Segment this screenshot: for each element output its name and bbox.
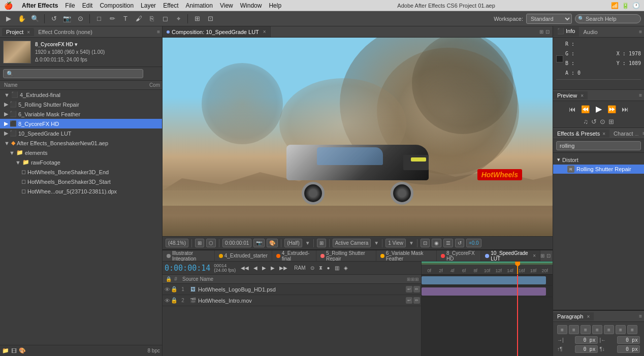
menu-view[interactable]: View: [220, 2, 233, 9]
tl-track-2[interactable]: [422, 286, 553, 297]
view-layout-display[interactable]: 1 View: [385, 239, 406, 247]
tl-bar-1[interactable]: [422, 276, 546, 284]
tl-ram-btn[interactable]: RAM: [293, 265, 307, 271]
preview-last-btn[interactable]: ⏭: [620, 105, 630, 113]
menu-effect[interactable]: Effect: [163, 2, 178, 9]
menu-composition[interactable]: Composition: [100, 2, 134, 9]
timeline-right[interactable]: 0f 2f 4f 6f 8f 10f 12f 14f 16f 18f 20f: [422, 262, 553, 356]
new-folder-icon[interactable]: 📁: [2, 347, 9, 354]
tl-motion-blur-btn[interactable]: ●: [326, 265, 332, 271]
tree-item-4-extruded-final[interactable]: ▼ ⬛ 4_Extruded-final: [0, 90, 162, 100]
grid-btn[interactable]: ⊞: [317, 239, 326, 247]
view-layout-dropdown[interactable]: ▼: [409, 240, 414, 246]
tab-effect-controls[interactable]: Effect Controls (none): [34, 28, 96, 36]
project-file-tree[interactable]: ▼ ⬛ 4_Extruded-final ▶ ⬛ 5_Rolling Shutt…: [0, 90, 162, 345]
rotate-tool[interactable]: ↺: [48, 13, 59, 24]
tl-tab-extruded-final[interactable]: 4_Extruded-final: [272, 250, 316, 261]
menu-layer[interactable]: Layer: [141, 2, 156, 9]
brush-tool[interactable]: 🖌: [133, 13, 144, 24]
tl-live-btn[interactable]: ◈: [342, 265, 349, 271]
mask-btn[interactable]: ⬡: [206, 239, 216, 247]
new-item-icon[interactable]: 🎨: [19, 347, 26, 354]
comp-tab-close[interactable]: ×: [263, 29, 266, 35]
text-tool[interactable]: T: [120, 13, 131, 24]
comp-tab-active[interactable]: Composition: 10_SpeedGrade LUT ×: [163, 26, 271, 37]
camera-dropdown[interactable]: ▼: [374, 240, 379, 246]
project-search-input[interactable]: [3, 69, 143, 78]
panel-menu-btn[interactable]: ≡: [157, 29, 160, 35]
menu-edit[interactable]: Edit: [82, 2, 93, 9]
orbit-tool[interactable]: ⊙: [75, 13, 86, 24]
zoom-tool[interactable]: 🔍: [29, 13, 41, 24]
eraser-tool[interactable]: ◻: [159, 13, 171, 24]
info-panel-menu[interactable]: ≡: [639, 29, 644, 35]
tl-l1-s2[interactable]: ✏: [413, 286, 420, 293]
3d-renderer-btn[interactable]: ⊡: [421, 239, 430, 247]
tree-item-hotw-dpx[interactable]: ◻ HotWhee...our_5(23710-23811).dpx: [0, 186, 162, 196]
3d-toggle[interactable]: ⊡: [205, 13, 216, 24]
tl-play-btn[interactable]: ▶: [261, 265, 268, 271]
camera-tool[interactable]: 📷: [61, 13, 73, 24]
justify-all-btn[interactable]: ≡: [627, 325, 637, 334]
new-comp-icon[interactable]: 🎞: [11, 348, 17, 354]
tl-tab-close[interactable]: ×: [533, 253, 536, 258]
tab-paragraph[interactable]: Paragraph ×: [553, 312, 594, 320]
reset-btn[interactable]: ↺: [455, 239, 464, 247]
indent-left-input[interactable]: [575, 336, 598, 344]
tl-lock-btn[interactable]: ⊡: [546, 253, 551, 258]
tree-item-rolling-shutter[interactable]: ▶ ⬛ 5_Rolling Shutter Repair: [0, 100, 162, 109]
col-sort-btn[interactable]: Com: [149, 82, 160, 88]
effects-tab-close[interactable]: ×: [602, 131, 605, 137]
snap-toggle[interactable]: ⊞: [191, 13, 203, 24]
color-btn[interactable]: 🎨: [267, 239, 278, 247]
workspace-select[interactable]: Standard All Panels Animation: [526, 14, 572, 24]
channel-btn[interactable]: ☰: [443, 239, 453, 247]
tl-layer-1-vis[interactable]: 👁: [164, 286, 171, 293]
tl-next-frame[interactable]: ▶: [269, 265, 276, 271]
justify-right-btn[interactable]: ≡: [616, 325, 626, 334]
effects-distort-category[interactable]: ▾ Distort: [553, 155, 644, 165]
tl-tab-variable[interactable]: 6_Variable Mask Feather: [376, 250, 437, 261]
clone-tool[interactable]: ⎘: [146, 13, 157, 24]
search-help-input[interactable]: [575, 14, 641, 23]
preview-tab-close[interactable]: ×: [581, 93, 584, 99]
tab-effects[interactable]: Effects & Presets ×: [553, 130, 609, 138]
tl-nav-btn[interactable]: ◀◀: [239, 265, 250, 271]
tl-tab-speedgrade[interactable]: 10_SpeedGrade LUT ×: [481, 250, 540, 261]
indent-right-input[interactable]: [617, 336, 640, 344]
align-left-btn[interactable]: ≡: [557, 325, 567, 334]
effects-rolling-shutter[interactable]: R Rolling Shutter Repair: [553, 165, 644, 174]
tl-track-1[interactable]: [422, 275, 553, 286]
tl-tab-rolling[interactable]: 5_Rolling Shutter Repair: [316, 250, 376, 261]
tab-info[interactable]: ⬛ Info: [553, 27, 579, 37]
timecode-display[interactable]: 0:00:00:01: [222, 239, 251, 247]
menu-file[interactable]: File: [65, 2, 75, 9]
tree-item-hotw-start[interactable]: ◻ HotWheels_BoneShaker3D_Start: [0, 177, 162, 186]
tree-item-rawfootage[interactable]: ▼ 📁 rawFootage: [0, 157, 162, 167]
tab-project[interactable]: Project ×: [2, 28, 34, 36]
puppet-tool[interactable]: ⌖: [173, 13, 184, 24]
select-tool[interactable]: ▶: [3, 13, 14, 24]
tl-float-btn[interactable]: ⊞: [540, 253, 544, 258]
tab-preview[interactable]: Preview ×: [553, 91, 588, 100]
tl-end-btn[interactable]: ▶▶: [278, 265, 289, 271]
menu-window[interactable]: Window: [240, 2, 262, 9]
zoom-display[interactable]: (48.1%): [166, 239, 188, 247]
tl-markers-btn[interactable]: ⧗: [317, 265, 324, 272]
tl-l1-s1[interactable]: ↩: [406, 286, 412, 293]
align-right-btn[interactable]: ≡: [581, 325, 591, 334]
exposure-btn[interactable]: ◉: [432, 239, 441, 247]
camera-display[interactable]: Active Camera: [333, 239, 371, 247]
preview-fps-btn[interactable]: ⊞: [608, 118, 614, 125]
snapshot-btn[interactable]: 📷: [253, 239, 265, 247]
rect-tool[interactable]: □: [93, 13, 105, 24]
tl-l2-s1[interactable]: ↩: [406, 297, 412, 304]
tl-prev-frame[interactable]: ◀: [252, 265, 259, 271]
tree-item-elements[interactable]: ▼ 📁 elements: [0, 148, 162, 157]
viewer-float-btn[interactable]: ⊞: [539, 29, 543, 35]
preview-prev-btn[interactable]: ⏪: [581, 105, 591, 113]
pen-tool[interactable]: ✏: [107, 13, 118, 24]
tl-tab-cycoreFX[interactable]: 8_CycoreFX HD: [437, 250, 481, 261]
tl-layer-2[interactable]: 👁 🔒 2 🎬 HotWheels_Intro.mov ↩ ✏: [163, 295, 421, 306]
justify-center-btn[interactable]: ≡: [604, 325, 614, 334]
